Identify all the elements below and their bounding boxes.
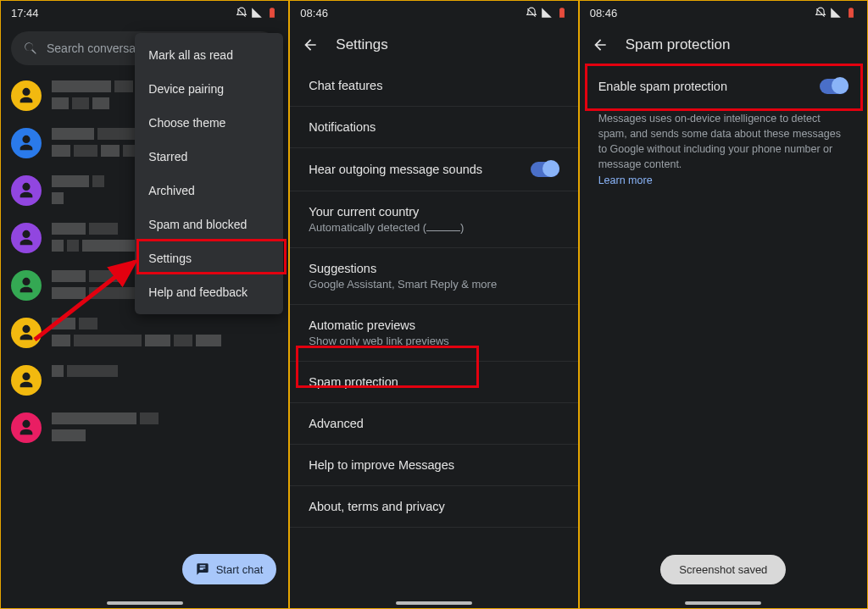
status-time: 08:46 — [590, 7, 618, 19]
dnd-icon — [526, 7, 537, 19]
back-icon[interactable] — [592, 36, 609, 53]
row-enable-spam[interactable]: Enable spam protection — [580, 65, 867, 108]
row-label: Hear outgoing message sounds — [309, 163, 482, 176]
row-sub: Show only web link previews — [309, 335, 448, 347]
panel-conversations: 17:44 Search conversat Mark all as read … — [0, 0, 289, 609]
row-label: Enable spam protection — [598, 80, 727, 93]
avatar — [11, 128, 42, 158]
menu-choose-theme[interactable]: Choose theme — [135, 106, 283, 140]
menu-spam-blocked[interactable]: Spam and blocked — [135, 208, 283, 241]
redacted-content — [52, 318, 278, 346]
row-sub: Automatically detected () — [309, 221, 464, 234]
menu-mark-all-read[interactable]: Mark all as read — [135, 38, 283, 72]
row-spam-protection[interactable]: Spam protection — [290, 362, 577, 403]
app-bar: Spam protection — [580, 25, 867, 65]
row-label: Help to improve Messages — [309, 458, 454, 472]
conversation-row[interactable] — [11, 404, 278, 451]
row-label: About, terms and privacy — [309, 500, 444, 513]
status-bar: 17:44 — [1, 1, 288, 25]
battery-icon — [845, 7, 857, 19]
app-bar-title: Settings — [336, 36, 387, 53]
menu-archived[interactable]: Archived — [135, 174, 283, 208]
row-sub: Google Assistant, Smart Reply & more — [309, 278, 497, 291]
row-chat-features[interactable]: Chat features — [290, 65, 577, 107]
row-hear-sounds[interactable]: Hear outgoing message sounds — [290, 148, 577, 191]
battery-icon — [266, 7, 278, 19]
menu-help-feedback[interactable]: Help and feedback — [135, 275, 283, 309]
redacted-content — [52, 365, 278, 382]
row-label: Chat features — [309, 79, 382, 92]
toggle-hear-sounds[interactable] — [531, 162, 559, 177]
desc-body: Messages uses on-device intelligence to … — [598, 113, 841, 170]
app-bar-title: Spam protection — [626, 36, 731, 53]
row-auto-previews[interactable]: Automatic previews Show only web link pr… — [290, 305, 577, 362]
avatar — [11, 223, 42, 253]
redacted-content — [52, 412, 278, 441]
row-country[interactable]: Your current country Automatically detec… — [290, 191, 577, 248]
panel-settings: 08:46 Settings Chat features Notificatio… — [289, 0, 578, 609]
toast-screenshot-saved: Screenshot saved — [660, 555, 786, 584]
signal-icon — [830, 7, 842, 19]
nav-gesture-pill[interactable] — [107, 601, 183, 605]
chat-icon — [196, 562, 209, 576]
avatar — [11, 318, 42, 348]
nav-gesture-pill[interactable] — [396, 601, 472, 605]
row-about[interactable]: About, terms and privacy — [290, 486, 577, 528]
row-label: Suggestions — [309, 262, 376, 275]
nav-gesture-pill[interactable] — [685, 601, 761, 605]
settings-list: Chat features Notifications Hear outgoin… — [290, 65, 577, 528]
row-advanced[interactable]: Advanced — [290, 403, 577, 445]
avatar — [11, 365, 42, 396]
row-label: Notifications — [309, 120, 376, 134]
avatar — [11, 412, 42, 443]
toast-label: Screenshot saved — [679, 563, 767, 576]
toggle-enable-spam[interactable] — [820, 79, 849, 94]
status-time: 08:46 — [300, 7, 328, 19]
status-bar: 08:46 — [580, 1, 867, 25]
status-icons — [236, 7, 278, 19]
fab-label: Start chat — [216, 563, 264, 576]
back-icon[interactable] — [302, 36, 319, 53]
status-icons — [815, 7, 857, 19]
row-help-improve[interactable]: Help to improve Messages — [290, 445, 577, 486]
learn-more-link[interactable]: Learn more — [598, 174, 653, 186]
row-label: Automatic previews — [309, 318, 415, 332]
row-label: Advanced — [309, 417, 364, 430]
app-bar: Settings — [290, 25, 577, 65]
overflow-menu: Mark all as read Device pairing Choose t… — [135, 33, 283, 314]
avatar — [11, 175, 42, 206]
start-chat-fab[interactable]: Start chat — [182, 554, 277, 584]
menu-settings[interactable]: Settings — [135, 241, 283, 275]
menu-device-pairing[interactable]: Device pairing — [135, 72, 283, 106]
conversation-row[interactable] — [11, 309, 278, 357]
search-icon — [23, 41, 38, 56]
battery-icon — [556, 7, 568, 19]
dnd-icon — [236, 7, 248, 19]
conversation-row[interactable] — [11, 357, 278, 404]
avatar — [11, 270, 42, 301]
menu-starred[interactable]: Starred — [135, 140, 283, 174]
row-label: Spam protection — [309, 375, 398, 389]
row-notifications[interactable]: Notifications — [290, 107, 577, 148]
search-placeholder: Search conversat — [47, 42, 139, 55]
avatar — [11, 80, 42, 111]
status-time: 17:44 — [11, 7, 39, 19]
signal-icon — [541, 7, 553, 19]
spam-description: Messages uses on-device intelligence to … — [580, 108, 867, 191]
row-label: Your current country — [309, 205, 419, 219]
dnd-icon — [815, 7, 826, 19]
status-icons — [526, 7, 568, 19]
status-bar: 08:46 — [290, 1, 577, 25]
row-suggestions[interactable]: Suggestions Google Assistant, Smart Repl… — [290, 248, 577, 305]
signal-icon — [251, 7, 263, 19]
panel-spam-protection: 08:46 Spam protection Enable spam protec… — [579, 0, 868, 609]
